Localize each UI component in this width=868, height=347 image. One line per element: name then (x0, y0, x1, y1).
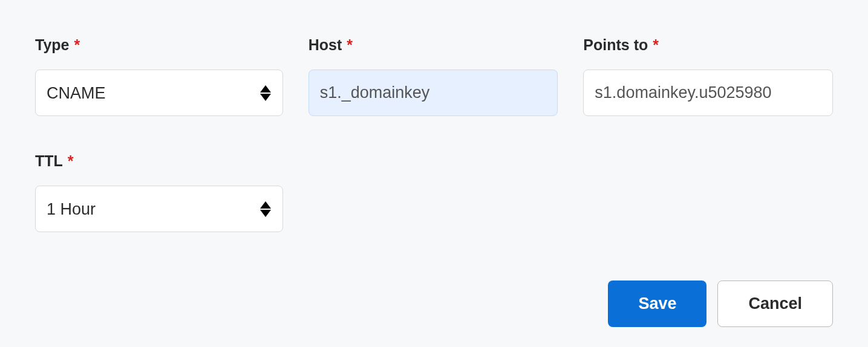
required-indicator: * (347, 36, 353, 54)
form-row-1: Type * CNAME Host * Points to (35, 36, 833, 116)
ttl-select-wrapper: 1 Hour (35, 186, 283, 232)
required-indicator: * (74, 36, 80, 54)
type-select-wrapper: CNAME (35, 70, 283, 116)
points-to-field-group: Points to * (583, 36, 833, 116)
cancel-button[interactable]: Cancel (717, 281, 833, 327)
points-to-input[interactable] (583, 70, 833, 116)
ttl-select[interactable]: 1 Hour (35, 186, 283, 232)
host-input[interactable] (308, 70, 558, 116)
type-label-text: Type (35, 36, 70, 54)
required-indicator: * (653, 36, 659, 54)
points-to-label-text: Points to (583, 36, 648, 54)
type-select[interactable]: CNAME (35, 70, 283, 116)
required-indicator: * (68, 152, 74, 170)
save-button[interactable]: Save (608, 281, 706, 327)
ttl-label-text: TTL (35, 152, 63, 170)
action-buttons: Save Cancel (35, 281, 833, 327)
points-to-label: Points to * (583, 36, 833, 54)
dns-record-form: Type * CNAME Host * Points to (35, 36, 833, 327)
type-field-group: Type * CNAME (35, 36, 283, 116)
host-field-group: Host * (308, 36, 558, 116)
form-row-2: TTL * 1 Hour (35, 152, 833, 232)
type-label: Type * (35, 36, 283, 54)
host-label-text: Host (308, 36, 342, 54)
host-label: Host * (308, 36, 558, 54)
ttl-field-group: TTL * 1 Hour (35, 152, 283, 232)
ttl-label: TTL * (35, 152, 283, 170)
